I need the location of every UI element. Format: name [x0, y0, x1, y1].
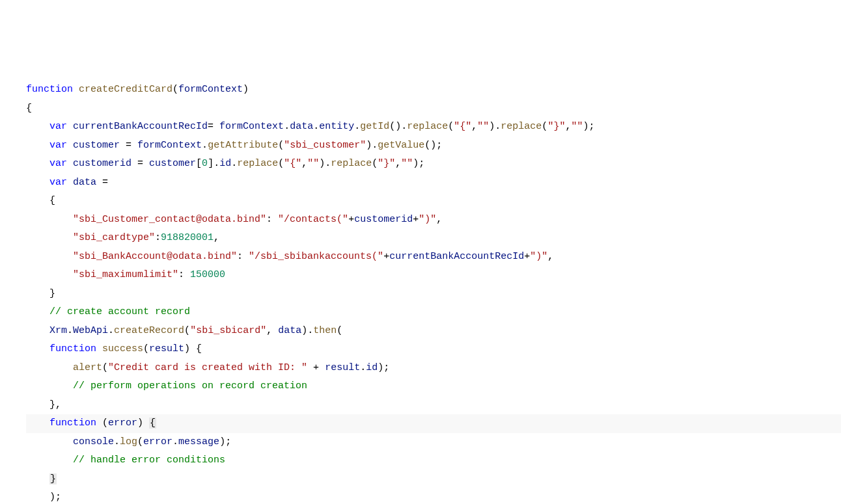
code-block: function createCreditCard(formContext){ …: [26, 81, 841, 504]
code-token: "Credit card is created with ID: ": [108, 362, 307, 373]
code-token: createCreditCard: [79, 84, 172, 95]
code-token: .: [172, 436, 178, 447]
code-token: var: [49, 140, 67, 151]
code-token: (: [143, 343, 149, 354]
code-token: customerid: [354, 214, 413, 225]
code-token: id: [366, 362, 378, 373]
code-token: createRecord: [114, 325, 184, 336]
code-token: ().: [389, 121, 407, 132]
code-line: }: [26, 285, 841, 304]
code-line: // handle error conditions: [26, 451, 841, 470]
code-token: .: [313, 121, 319, 132]
code-token: WebApi: [73, 325, 108, 336]
code-token: id: [219, 158, 231, 169]
code-token: (: [448, 121, 454, 132]
code-token: "{": [454, 121, 471, 132]
code-token: ,: [266, 325, 278, 336]
code-token: [26, 251, 73, 262]
code-token: [26, 418, 49, 429]
code-token: "": [307, 158, 319, 169]
code-token: .: [284, 121, 290, 132]
code-token: // create account record: [49, 306, 190, 317]
code-token: customerid: [73, 158, 131, 169]
code-token: formContext: [178, 84, 243, 95]
code-token: formContext: [219, 121, 284, 132]
code-token: replace: [237, 158, 278, 169]
code-token: getId: [360, 121, 389, 132]
code-token: =: [96, 177, 108, 188]
code-token: var: [49, 177, 67, 188]
code-token: replace: [407, 121, 448, 132]
code-token: error: [108, 418, 137, 429]
code-token: [26, 362, 73, 373]
code-token: error: [143, 436, 172, 447]
code-line: function (error) {: [26, 414, 841, 433]
code-token: customer: [73, 140, 120, 151]
code-token: result: [149, 343, 184, 354]
code-token: ,: [214, 232, 219, 243]
code-token: .: [67, 325, 73, 336]
code-token: (: [337, 325, 342, 336]
code-token: :: [178, 269, 190, 280]
code-token: ): [243, 84, 249, 95]
code-token: [26, 325, 49, 336]
code-token: );: [583, 121, 594, 132]
code-token: =: [208, 121, 219, 132]
code-token: "": [571, 121, 583, 132]
code-token: ].: [208, 158, 219, 169]
code-token: ")": [530, 251, 547, 262]
code-token: [96, 343, 102, 354]
code-token: [26, 121, 49, 132]
code-token: "{": [284, 158, 301, 169]
code-token: :: [266, 214, 278, 225]
code-token: [67, 158, 73, 169]
code-token: [26, 214, 73, 225]
code-token: [26, 232, 73, 243]
code-token: [26, 306, 49, 317]
code-token: [26, 177, 49, 188]
code-token: .: [360, 362, 366, 373]
code-token: {: [149, 418, 156, 429]
code-token: (: [184, 325, 190, 336]
code-token: "sbi_sbicard": [190, 325, 266, 336]
code-token: ();: [424, 140, 442, 151]
code-token: replace: [331, 158, 372, 169]
code-token: }: [49, 473, 57, 484]
code-token: [67, 140, 73, 151]
code-token: success: [102, 343, 143, 354]
code-token: ,: [547, 251, 553, 262]
code-line: var customerid = customer[0].id.replace(…: [26, 155, 841, 174]
code-token: .: [354, 121, 360, 132]
code-token: );: [26, 492, 61, 503]
code-token: then: [313, 325, 337, 336]
code-line: {: [26, 192, 841, 211]
code-token: data: [290, 121, 313, 132]
code-token: ) {: [184, 343, 202, 354]
code-token: "": [401, 158, 413, 169]
code-token: (: [96, 418, 108, 429]
code-token: function: [26, 84, 73, 95]
code-token: .: [114, 436, 120, 447]
code-token: 0: [202, 158, 208, 169]
code-line: },: [26, 396, 841, 415]
code-token: data: [278, 325, 301, 336]
code-token: );: [378, 362, 389, 373]
code-token: // perform operations on record creation: [73, 380, 307, 391]
code-line: "sbi_maximumlimit": 150000: [26, 266, 841, 285]
code-token: ).: [319, 158, 331, 169]
code-token: }: [26, 288, 55, 299]
code-line: function success(result) {: [26, 340, 841, 359]
code-token: data: [73, 177, 96, 188]
code-token: [67, 177, 73, 188]
code-token: 918820001: [161, 232, 214, 243]
code-line: );: [26, 488, 841, 504]
code-token: .: [108, 325, 114, 336]
code-token: ")": [419, 214, 436, 225]
code-token: log: [120, 436, 137, 447]
code-token: ,: [436, 214, 442, 225]
code-line: alert("Credit card is created with ID: "…: [26, 359, 841, 378]
code-token: "sbi_Customer_contact@odata.bind": [73, 214, 266, 225]
code-token: {: [26, 195, 55, 206]
code-line: "sbi_BankAccount@odata.bind": "/sbi_sbib…: [26, 248, 841, 267]
code-token: :: [237, 251, 249, 262]
